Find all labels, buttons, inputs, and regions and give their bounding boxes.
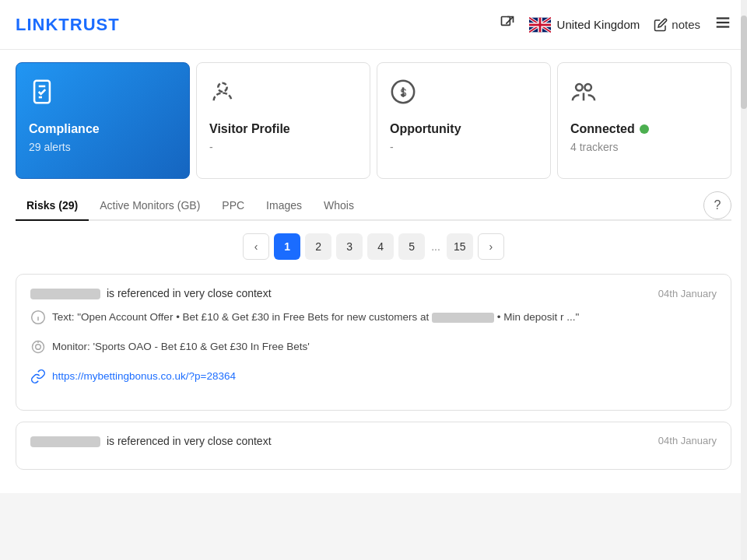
connected-subtitle: 4 trackers (570, 141, 618, 153)
external-link-icon[interactable] (500, 15, 515, 34)
compliance-icon (29, 79, 55, 110)
scrollbar-thumb[interactable] (741, 16, 747, 109)
visitor-profile-card[interactable]: Visitor Profile - (196, 62, 370, 179)
pagination: ‹ 1 2 3 4 5 ... 15 › (16, 233, 731, 260)
alert-1-link-line: https://mybettingbonus.co.uk/?p=28364 (30, 368, 717, 391)
alert-1-monitor-text: Monitor: 'Sports OAO - Bet £10 & Get £30… (52, 338, 310, 355)
monitor-icon (30, 339, 46, 362)
alert-1-monitor-line: Monitor: 'Sports OAO - Bet £10 & Get £30… (30, 338, 717, 362)
compliance-subtitle: 29 alerts (29, 141, 71, 153)
visitor-profile-title: Visitor Profile (209, 121, 290, 138)
svg-point-17 (218, 83, 226, 92)
link-icon (30, 369, 46, 391)
tab-risks[interactable]: Risks (29) (16, 191, 89, 221)
alert-1-text-content: Text: "Open Account Offer • Bet £10 & Ge… (52, 309, 579, 326)
opportunity-subtitle: - (390, 141, 394, 153)
edit-icon (654, 18, 668, 32)
cards-row: Compliance 29 alerts Visitor Profile - (16, 62, 731, 179)
prev-page-button[interactable]: ‹ (243, 233, 269, 260)
page-15-button[interactable]: 15 (447, 233, 473, 260)
country-name: United Kingdom (557, 18, 640, 31)
page-ellipsis: ... (430, 240, 442, 253)
alert-card-2: is referenced in very close context 04th… (16, 422, 731, 470)
svg-point-23 (584, 84, 591, 91)
alert-1-redacted-inline (432, 313, 494, 323)
scrollbar-track[interactable] (741, 0, 747, 493)
alert-1-date: 04th January (658, 288, 717, 299)
header-actions: United Kingdom notes (500, 14, 731, 35)
tab-images[interactable]: Images (255, 191, 313, 221)
alert-2-redacted (30, 436, 100, 447)
logo: LINKTRUST (16, 15, 500, 35)
logo-text: LINKTRUST (16, 15, 120, 34)
page-5-button[interactable]: 5 (398, 233, 425, 260)
alert-2-context: is referenced in very close context (107, 435, 272, 447)
alert-1-title: is referenced in very close context (30, 287, 272, 299)
page-3-button[interactable]: 3 (336, 233, 363, 260)
connected-icon (570, 79, 597, 110)
visitor-profile-subtitle: - (209, 141, 213, 153)
opportunity-title: Opportunity (390, 121, 461, 138)
alert-1-header: is referenced in very close context 04th… (30, 287, 717, 299)
alert-2-header: is referenced in very close context 04th… (30, 435, 717, 447)
text-icon (30, 310, 46, 332)
connected-status-row: Connected (570, 121, 649, 138)
opportunity-icon: $ (390, 79, 416, 110)
country-selector[interactable]: United Kingdom (529, 17, 640, 33)
header: LINKTRUST United Kingdom (0, 0, 747, 50)
compliance-title: Compliance (29, 121, 100, 138)
hamburger-menu[interactable] (714, 14, 731, 35)
svg-point-22 (576, 84, 583, 91)
svg-point-29 (36, 345, 41, 350)
compliance-card[interactable]: Compliance 29 alerts (16, 62, 190, 179)
page-1-button[interactable]: 1 (274, 233, 300, 260)
alert-1-context: is referenced in very close context (107, 287, 272, 299)
tab-ppc[interactable]: PPC (211, 191, 255, 221)
notes-label: notes (672, 18, 700, 31)
alert-2-title: is referenced in very close context (30, 435, 272, 447)
connected-status-dot (640, 124, 649, 134)
tab-whois[interactable]: Whois (313, 191, 365, 221)
main-content: Compliance 29 alerts Visitor Profile - (0, 50, 747, 493)
page-2-button[interactable]: 2 (305, 233, 331, 260)
alert-1-link[interactable]: https://mybettingbonus.co.uk/?p=28364 (52, 368, 236, 385)
next-page-button[interactable]: › (478, 233, 504, 260)
alert-1-redacted (30, 289, 100, 299)
alert-2-date: 04th January (658, 435, 717, 446)
notes-button[interactable]: notes (654, 18, 700, 32)
menu-icon (714, 14, 731, 31)
alert-card-1: is referenced in very close context 04th… (16, 274, 731, 411)
tab-active-monitors[interactable]: Active Monitors (GB) (89, 191, 211, 221)
page-4-button[interactable]: 4 (367, 233, 394, 260)
svg-text:$: $ (400, 86, 406, 99)
alert-1-text-line: Text: "Open Account Offer • Bet £10 & Ge… (30, 309, 717, 332)
opportunity-card[interactable]: $ Opportunity - (377, 62, 551, 179)
connected-title: Connected (570, 121, 635, 138)
connected-card[interactable]: Connected 4 trackers (557, 62, 731, 179)
visitor-profile-icon (209, 79, 236, 110)
tabs-row: Risks (29) Active Monitors (GB) PPC Imag… (16, 191, 731, 221)
help-button[interactable]: ? (703, 191, 731, 219)
alert-1-body: Text: "Open Account Offer • Bet £10 & Ge… (30, 309, 717, 390)
uk-flag (529, 17, 551, 33)
